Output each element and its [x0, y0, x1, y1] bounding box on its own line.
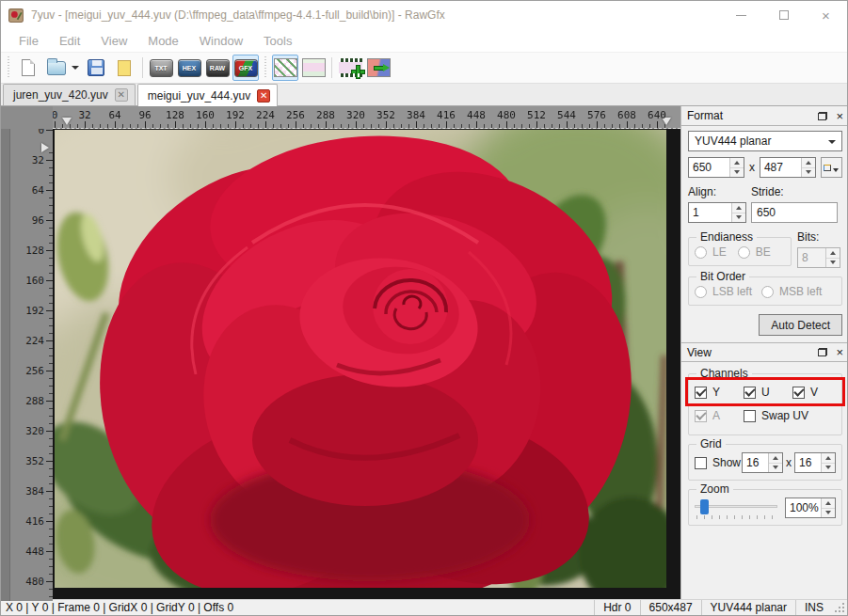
- spin-up-icon[interactable]: [730, 158, 744, 168]
- image-viewport[interactable]: [53, 129, 680, 601]
- tab-close-icon[interactable]: ✕: [257, 89, 270, 103]
- ruler-v-label: 192: [25, 305, 44, 317]
- a-channel-label: A: [712, 409, 744, 422]
- tab-close-icon[interactable]: ✕: [115, 88, 128, 102]
- tab-bar: juren_yuv_420.yuv ✕ meigui_yuv_444.yuv ✕: [1, 84, 847, 106]
- cursor-status: X 0 | Y 0 | Frame 0 | GridX 0 | GridY 0 …: [1, 601, 594, 614]
- lsb-left-radio[interactable]: [695, 286, 707, 298]
- menu-mode[interactable]: Mode: [137, 34, 189, 48]
- spin-down-icon[interactable]: [769, 464, 782, 473]
- grid-width-spinner[interactable]: 16: [742, 452, 783, 473]
- spin-down-icon[interactable]: [732, 213, 745, 223]
- notes-button[interactable]: [111, 55, 137, 81]
- title-bar: 7yuv - [meigui_yuv_444.yuv (D:\ffmpeg_da…: [1, 1, 847, 29]
- stride-field[interactable]: 650: [751, 202, 838, 223]
- spin-up-icon[interactable]: [802, 158, 815, 168]
- spin-down-icon[interactable]: [826, 259, 840, 268]
- ruler-h-label: 480: [497, 109, 516, 121]
- close-panel-icon[interactable]: ×: [836, 110, 843, 122]
- align-label: Align:: [688, 185, 751, 198]
- v-channel-checkbox[interactable]: [792, 387, 805, 399]
- zoom-slider-thumb[interactable]: [700, 499, 709, 514]
- maximize-icon: [779, 10, 789, 20]
- ruler-v-tick: [46, 461, 53, 462]
- le-radio[interactable]: [695, 246, 707, 259]
- rose-image[interactable]: [55, 130, 666, 588]
- toolbar-grip-2[interactable]: [263, 56, 268, 79]
- ruler-v-tick: [46, 521, 53, 522]
- y-channel-checkbox[interactable]: [695, 387, 707, 399]
- menu-tools[interactable]: Tools: [253, 34, 302, 48]
- close-panel-icon[interactable]: ×: [836, 346, 843, 358]
- close-button[interactable]: ×: [805, 1, 847, 29]
- size-presets-button[interactable]: [821, 157, 842, 178]
- open-dropdown-caret[interactable]: [72, 66, 79, 70]
- minimize-button[interactable]: [720, 1, 762, 29]
- size-preset-icon: [824, 165, 831, 171]
- menu-window[interactable]: Window: [189, 34, 253, 48]
- height-spinner[interactable]: 487: [760, 157, 816, 178]
- gfx-mode-button[interactable]: GFX: [232, 55, 259, 81]
- packed-layout-button[interactable]: [272, 55, 298, 81]
- a-channel-checkbox[interactable]: [695, 410, 707, 422]
- spin-down-icon[interactable]: [822, 509, 835, 518]
- width-spinner[interactable]: 650: [688, 157, 744, 178]
- spin-up-icon[interactable]: [769, 453, 782, 464]
- toolbar-grip[interactable]: [6, 56, 11, 79]
- be-radio[interactable]: [738, 246, 750, 259]
- canvas-area[interactable]: 0326496128160192224256288320352384416448…: [1, 106, 680, 601]
- spin-up-icon[interactable]: [822, 453, 835, 464]
- msb-left-radio[interactable]: [761, 286, 774, 298]
- ruler-h-label: 352: [376, 109, 395, 121]
- swap-uv-checkbox[interactable]: [744, 410, 756, 422]
- save-floppy-icon: [88, 59, 104, 76]
- ruler-v-tick: [46, 250, 53, 251]
- menu-edit[interactable]: Edit: [49, 34, 90, 48]
- maximize-button[interactable]: [762, 1, 805, 29]
- tab-meigui-yuv-444[interactable]: meigui_yuv_444.yuv ✕: [137, 84, 278, 106]
- auto-detect-button[interactable]: Auto Detect: [759, 314, 842, 336]
- float-panel-icon[interactable]: [818, 112, 827, 120]
- menu-file[interactable]: File: [8, 34, 49, 48]
- bits-spinner[interactable]: 8: [797, 247, 840, 268]
- u-channel-checkbox[interactable]: [744, 387, 756, 399]
- ruler-horizontal: 0326496128160192224256288320352384416448…: [1, 106, 680, 129]
- format-panel-body: YUV444 planar 650 x 487: [681, 126, 848, 339]
- toolbar: TXT HEX RAW GFX: [1, 53, 847, 84]
- add-frame-button[interactable]: [337, 55, 363, 81]
- align-spinner[interactable]: 1: [688, 202, 746, 223]
- chevron-down-icon: [833, 168, 839, 172]
- tab-juren-yuv-420[interactable]: juren_yuv_420.yuv ✕: [3, 84, 136, 105]
- grid-height-spinner[interactable]: 16: [794, 452, 836, 473]
- new-file-button[interactable]: [15, 55, 41, 81]
- grid-show-checkbox[interactable]: [695, 457, 707, 469]
- save-file-button[interactable]: [83, 55, 109, 81]
- export-convert-button[interactable]: [365, 55, 392, 81]
- msb-left-label: MSB left: [779, 285, 822, 298]
- spin-down-icon[interactable]: [802, 168, 815, 178]
- text-mode-button[interactable]: TXT: [148, 55, 174, 81]
- ruler-h-label: 512: [527, 109, 546, 121]
- menu-view[interactable]: View: [90, 34, 137, 48]
- zoom-slider[interactable]: [695, 498, 777, 517]
- open-file-button[interactable]: [43, 55, 70, 81]
- planar-layout-button[interactable]: [300, 55, 327, 81]
- resize-grip[interactable]: [834, 602, 845, 613]
- hex-mode-button[interactable]: HEX: [176, 55, 202, 81]
- bit-order-label: Bit Order: [696, 270, 749, 283]
- spin-down-icon[interactable]: [730, 168, 744, 178]
- ruler-h-label: 256: [286, 109, 305, 121]
- pixel-format-select[interactable]: YUV444 planar: [688, 131, 842, 151]
- raw-mode-button[interactable]: RAW: [204, 55, 231, 81]
- spin-up-icon[interactable]: [822, 498, 835, 509]
- zoom-spinner[interactable]: 100%: [785, 498, 836, 518]
- status-size: 650x487: [640, 600, 701, 615]
- ruler-h-tick: [205, 121, 206, 128]
- spin-up-icon[interactable]: [826, 248, 840, 259]
- swap-uv-label: Swap UV: [761, 409, 808, 422]
- spin-down-icon[interactable]: [822, 464, 835, 473]
- spin-up-icon[interactable]: [732, 203, 745, 213]
- auto-detect-label: Auto Detect: [771, 319, 830, 332]
- float-panel-icon[interactable]: [818, 348, 827, 356]
- format-panel-header: Format ×: [681, 106, 848, 126]
